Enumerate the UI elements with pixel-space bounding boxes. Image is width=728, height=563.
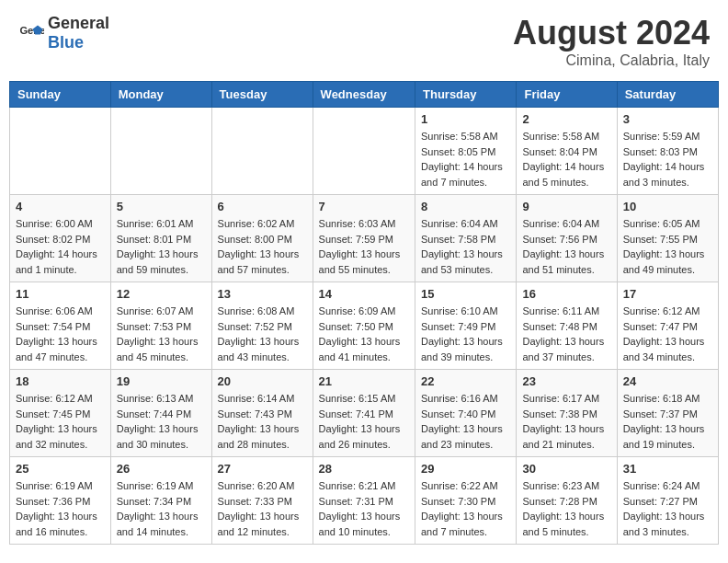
day-info: Sunrise: 6:20 AMSunset: 7:33 PMDaylight:… [218, 478, 307, 539]
calendar-cell: 18Sunrise: 6:12 AMSunset: 7:45 PMDayligh… [10, 370, 111, 457]
day-info: Sunrise: 6:17 AMSunset: 7:38 PMDaylight:… [522, 391, 610, 452]
weekday-header-friday: Friday [517, 82, 617, 108]
day-number: 1 [421, 112, 510, 126]
page-header: General General Blue August 2024 Cimina,… [9, 9, 719, 74]
day-info: Sunrise: 6:03 AMSunset: 7:59 PMDaylight:… [319, 216, 409, 277]
calendar-cell: 7Sunrise: 6:03 AMSunset: 7:59 PMDaylight… [313, 195, 415, 282]
day-number: 17 [623, 287, 712, 301]
day-info: Sunrise: 5:58 AMSunset: 8:05 PMDaylight:… [421, 129, 510, 190]
day-info: Sunrise: 6:12 AMSunset: 7:45 PMDaylight:… [16, 391, 105, 452]
day-number: 27 [218, 462, 307, 476]
day-info: Sunrise: 6:21 AMSunset: 7:31 PMDaylight:… [319, 478, 409, 539]
day-number: 6 [218, 200, 307, 213]
calendar-header: SundayMondayTuesdayWednesdayThursdayFrid… [10, 82, 719, 108]
calendar-cell: 24Sunrise: 6:18 AMSunset: 7:37 PMDayligh… [617, 370, 718, 457]
day-info: Sunrise: 6:24 AMSunset: 7:27 PMDaylight:… [623, 478, 712, 539]
day-info: Sunrise: 6:02 AMSunset: 8:00 PMDaylight:… [218, 216, 307, 277]
logo-general-text: General [48, 14, 109, 32]
day-number: 29 [421, 462, 510, 476]
day-number: 9 [522, 200, 610, 213]
day-info: Sunrise: 6:18 AMSunset: 7:37 PMDaylight:… [623, 391, 712, 452]
calendar-cell: 22Sunrise: 6:16 AMSunset: 7:40 PMDayligh… [415, 370, 517, 457]
day-info: Sunrise: 6:13 AMSunset: 7:44 PMDaylight:… [117, 391, 206, 452]
main-title: August 2024 [513, 14, 710, 52]
day-info: Sunrise: 6:05 AMSunset: 7:55 PMDaylight:… [623, 216, 712, 277]
weekday-header-thursday: Thursday [415, 82, 517, 108]
day-number: 15 [421, 287, 510, 301]
day-info: Sunrise: 5:58 AMSunset: 8:04 PMDaylight:… [522, 129, 610, 190]
calendar-cell [313, 108, 415, 195]
day-info: Sunrise: 6:07 AMSunset: 7:53 PMDaylight:… [117, 304, 206, 364]
day-number: 3 [623, 112, 712, 126]
day-number: 5 [117, 200, 206, 213]
day-info: Sunrise: 6:04 AMSunset: 7:58 PMDaylight:… [421, 216, 510, 277]
title-section: August 2024 Cimina, Calabria, Italy [513, 14, 710, 69]
day-number: 30 [522, 462, 610, 476]
day-info: Sunrise: 6:08 AMSunset: 7:52 PMDaylight:… [218, 304, 307, 364]
weekday-header-saturday: Saturday [617, 82, 718, 108]
calendar-cell: 29Sunrise: 6:22 AMSunset: 7:30 PMDayligh… [415, 457, 517, 545]
calendar-cell: 11Sunrise: 6:06 AMSunset: 7:54 PMDayligh… [10, 282, 111, 370]
day-number: 21 [319, 374, 409, 388]
calendar-cell [211, 108, 313, 195]
calendar-cell: 31Sunrise: 6:24 AMSunset: 7:27 PMDayligh… [617, 457, 718, 545]
calendar-cell: 26Sunrise: 6:19 AMSunset: 7:34 PMDayligh… [110, 457, 211, 545]
calendar-cell: 28Sunrise: 6:21 AMSunset: 7:31 PMDayligh… [313, 457, 415, 545]
day-number: 25 [16, 462, 105, 476]
weekday-header-tuesday: Tuesday [211, 82, 313, 108]
calendar-body: 1Sunrise: 5:58 AMSunset: 8:05 PMDaylight… [10, 108, 719, 545]
day-info: Sunrise: 6:19 AMSunset: 7:34 PMDaylight:… [117, 478, 206, 539]
day-number: 11 [16, 287, 105, 301]
weekday-header-wednesday: Wednesday [313, 82, 415, 108]
day-info: Sunrise: 6:09 AMSunset: 7:50 PMDaylight:… [319, 304, 409, 364]
calendar-cell: 30Sunrise: 6:23 AMSunset: 7:28 PMDayligh… [517, 457, 617, 545]
calendar-cell: 13Sunrise: 6:08 AMSunset: 7:52 PMDayligh… [211, 282, 313, 370]
logo-icon: General [18, 20, 44, 46]
calendar-cell: 5Sunrise: 6:01 AMSunset: 8:01 PMDaylight… [110, 195, 211, 282]
calendar-cell: 20Sunrise: 6:14 AMSunset: 7:43 PMDayligh… [211, 370, 313, 457]
day-info: Sunrise: 6:23 AMSunset: 7:28 PMDaylight:… [522, 478, 610, 539]
calendar-cell: 2Sunrise: 5:58 AMSunset: 8:04 PMDaylight… [517, 108, 617, 195]
day-number: 10 [623, 200, 712, 213]
day-info: Sunrise: 6:10 AMSunset: 7:49 PMDaylight:… [421, 304, 510, 364]
day-info: Sunrise: 6:06 AMSunset: 7:54 PMDaylight:… [16, 304, 105, 364]
weekday-header-monday: Monday [110, 82, 211, 108]
logo-blue-text: Blue [48, 33, 84, 52]
day-number: 24 [623, 374, 712, 388]
calendar-week-3: 11Sunrise: 6:06 AMSunset: 7:54 PMDayligh… [10, 282, 719, 370]
day-number: 13 [218, 287, 307, 301]
day-number: 26 [117, 462, 206, 476]
calendar-table: SundayMondayTuesdayWednesdayThursdayFrid… [9, 81, 719, 545]
calendar-cell: 14Sunrise: 6:09 AMSunset: 7:50 PMDayligh… [313, 282, 415, 370]
day-number: 18 [16, 374, 105, 388]
day-info: Sunrise: 6:04 AMSunset: 7:56 PMDaylight:… [522, 216, 610, 277]
day-info: Sunrise: 6:16 AMSunset: 7:40 PMDaylight:… [421, 391, 510, 452]
calendar-cell: 9Sunrise: 6:04 AMSunset: 7:56 PMDaylight… [517, 195, 617, 282]
day-info: Sunrise: 6:12 AMSunset: 7:47 PMDaylight:… [623, 304, 712, 364]
calendar-cell: 17Sunrise: 6:12 AMSunset: 7:47 PMDayligh… [617, 282, 718, 370]
day-number: 31 [623, 462, 712, 476]
calendar-cell: 27Sunrise: 6:20 AMSunset: 7:33 PMDayligh… [211, 457, 313, 545]
day-number: 16 [522, 287, 610, 301]
calendar-cell: 16Sunrise: 6:11 AMSunset: 7:48 PMDayligh… [517, 282, 617, 370]
calendar-cell: 4Sunrise: 6:00 AMSunset: 8:02 PMDaylight… [10, 195, 111, 282]
day-number: 22 [421, 374, 510, 388]
day-number: 8 [421, 200, 510, 213]
day-number: 12 [117, 287, 206, 301]
day-number: 20 [218, 374, 307, 388]
day-info: Sunrise: 6:14 AMSunset: 7:43 PMDaylight:… [218, 391, 307, 452]
calendar-cell [10, 108, 111, 195]
calendar-cell: 6Sunrise: 6:02 AMSunset: 8:00 PMDaylight… [211, 195, 313, 282]
day-info: Sunrise: 6:01 AMSunset: 8:01 PMDaylight:… [117, 216, 206, 277]
weekday-header-row: SundayMondayTuesdayWednesdayThursdayFrid… [10, 82, 719, 108]
day-number: 28 [319, 462, 409, 476]
day-info: Sunrise: 6:19 AMSunset: 7:36 PMDaylight:… [16, 478, 105, 539]
calendar-week-1: 1Sunrise: 5:58 AMSunset: 8:05 PMDaylight… [10, 108, 719, 195]
calendar-cell: 23Sunrise: 6:17 AMSunset: 7:38 PMDayligh… [517, 370, 617, 457]
day-info: Sunrise: 6:00 AMSunset: 8:02 PMDaylight:… [16, 216, 105, 277]
calendar-week-2: 4Sunrise: 6:00 AMSunset: 8:02 PMDaylight… [10, 195, 719, 282]
calendar-cell: 8Sunrise: 6:04 AMSunset: 7:58 PMDaylight… [415, 195, 517, 282]
calendar-cell: 12Sunrise: 6:07 AMSunset: 7:53 PMDayligh… [110, 282, 211, 370]
calendar-cell: 19Sunrise: 6:13 AMSunset: 7:44 PMDayligh… [110, 370, 211, 457]
day-number: 14 [319, 287, 409, 301]
